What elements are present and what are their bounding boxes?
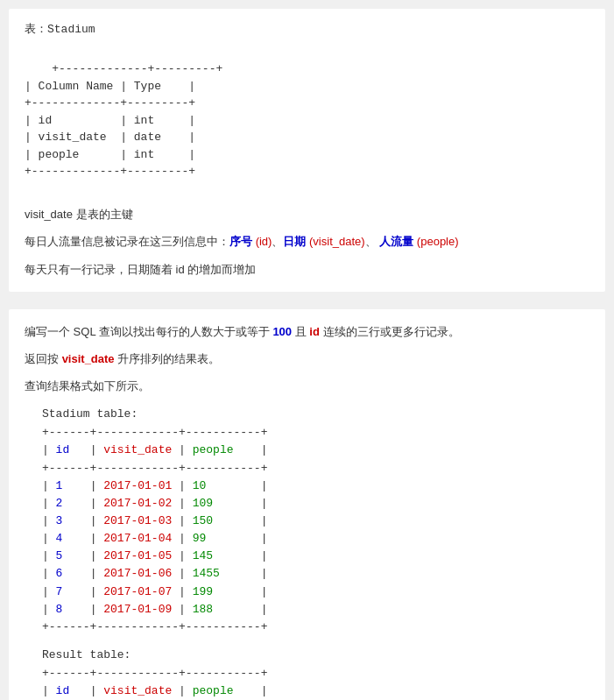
q-prefix: 编写一个 SQL 查询以找出每行的人数大于或等于 [25, 325, 270, 338]
q3-text: 查询结果格式如下所示。 [25, 379, 150, 392]
desc3: 每天只有一行记录，日期随着 id 的增加而增加 [25, 259, 589, 279]
desc2-sep2: 、 [365, 235, 377, 248]
table-label: 表：Stadium [25, 21, 589, 39]
q2-prefix: 返回按 [25, 352, 59, 365]
desc2-id: (id) [256, 235, 272, 248]
desc2: 每日人流量信息被记录在这三列信息中：序号 (id)、日期 (visit_date… [25, 231, 589, 251]
desc2-sep1: 、 [272, 235, 283, 248]
result-ascii-table: +------+------------+-----------+ | id |… [42, 665, 589, 700]
q-id: id [309, 325, 320, 338]
schema-table: +-------------+---------+ | Column Name … [25, 44, 589, 198]
schema-card: 表：Stadium +-------------+---------+ | Co… [9, 9, 605, 292]
desc2-date: 日期 [283, 235, 306, 248]
desc1: visit_date 是表的主键 [25, 204, 589, 224]
query-line1: 编写一个 SQL 查询以找出每行的人数大于或等于 100 且 id 连续的三行或… [25, 322, 589, 343]
q2-suffix: 升序排列的结果表。 [117, 352, 220, 365]
desc2-people: (people) [417, 235, 459, 248]
query-line3: 查询结果格式如下所示。 [25, 376, 589, 398]
q-suffix: 连续的三行或更多行记录。 [323, 325, 460, 338]
query-card: 编写一个 SQL 查询以找出每行的人数大于或等于 100 且 id 连续的三行或… [9, 309, 605, 700]
result-table-title: Result table: [42, 648, 589, 661]
desc2-seq: 序号 [229, 235, 252, 248]
query-line2: 返回按 visit_date 升序排列的结果表。 [25, 349, 589, 371]
desc2-people-label: 人流量 [379, 235, 413, 248]
stadium-table-block: Stadium table: +------+------------+----… [25, 407, 589, 636]
result-table-block: Result table: +------+------------+-----… [25, 648, 589, 700]
q-suffix-pre: 且 [295, 325, 307, 338]
schema-table-content: +-------------+---------+ | Column Name … [25, 62, 222, 178]
desc2-prefix: 每日人流量信息被记录在这三列信息中： [25, 235, 229, 248]
stadium-ascii-table: +------+------------+-----------+ | id |… [42, 424, 589, 636]
q-num: 100 [272, 325, 292, 338]
desc2-visit-date: (visit_date) [309, 235, 365, 248]
q2-col: visit_date [62, 352, 115, 365]
stadium-table-title: Stadium table: [42, 407, 589, 421]
